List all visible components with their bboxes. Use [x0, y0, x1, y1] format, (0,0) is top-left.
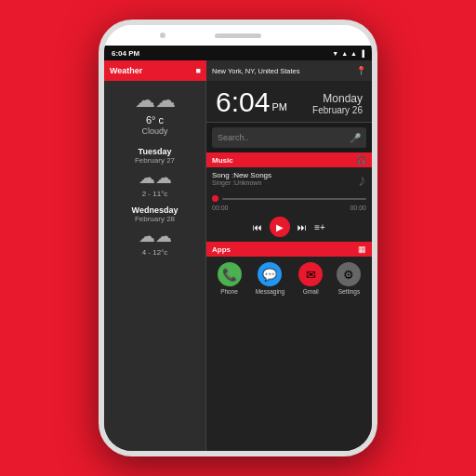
forecast-date-2: February 28 [135, 215, 175, 223]
battery-icon: ▐ [360, 50, 364, 57]
playback-controls: ⏮ ▶ ⏭ ≡+ [206, 214, 372, 242]
singer-name: Singer :Unknown [212, 179, 271, 186]
settings-icon: ⚙ [337, 262, 361, 286]
current-desc: Cloudy [141, 126, 167, 136]
messaging-label: Messaging [256, 288, 284, 295]
phone-frame: 6:04 PM ▼ ▲ ▲ ▐ Weather ■ New York, NY, … [99, 20, 377, 456]
apps-grid-icon: ▦ [358, 245, 366, 254]
song-name: Song :New Songs [212, 171, 271, 179]
playlist-button[interactable]: ≡+ [314, 222, 325, 232]
weather-tab-icon: ■ [196, 66, 201, 75]
network-icon: ▲ [350, 50, 357, 57]
forecast-date-1: February 27 [135, 156, 175, 165]
weather-panel: ☁☁ 6° c Cloudy Tuesday February 27 ☁☁ 2 … [104, 81, 206, 451]
status-time: 6:04 PM [112, 49, 139, 58]
forecast-icon-1: ☁☁ [139, 167, 172, 188]
music-headphone-icon: 🎧 [356, 155, 366, 165]
forecast-day-1: Tuesday [139, 147, 172, 156]
music-section: Music 🎧 Song :New Songs Singer :Unknown … [206, 152, 372, 242]
forecast-day-2: Wednesday [132, 205, 178, 215]
apps-grid: 📞 Phone 💬 Messaging ✉ Gmail ⚙ [206, 257, 372, 300]
music-note-icon: ♪ [358, 171, 366, 191]
forecast-range-2: 4 - 12°c [142, 248, 168, 257]
clock-time: 6:04 [216, 88, 270, 116]
prev-button[interactable]: ⏮ [253, 222, 262, 232]
phone-icon: 📞 [218, 262, 242, 286]
current-weather-icon: ☁☁ [135, 88, 176, 112]
app-gmail[interactable]: ✉ Gmail [298, 262, 323, 295]
play-icon: ▶ [276, 222, 284, 232]
time-start: 00:00 [212, 205, 229, 211]
apps-section: Apps ▦ 📞 Phone 💬 Messaging ✉ [206, 242, 372, 451]
location-header: New York, NY, United States 📍 [206, 60, 372, 81]
search-placeholder: Search.. [218, 133, 350, 142]
location-pin-icon: 📍 [356, 66, 366, 75]
current-temp: 6° c [146, 114, 164, 126]
mic-icon[interactable]: 🎤 [350, 133, 361, 143]
time-row: 00:00 00:00 [206, 205, 372, 214]
phone-camera [160, 33, 165, 38]
weather-tab-label: Weather [110, 66, 142, 75]
play-button[interactable]: ▶ [270, 217, 290, 237]
progress-track[interactable] [222, 198, 366, 200]
forecast-range-1: 2 - 11°c [142, 190, 168, 198]
app-messaging[interactable]: 💬 Messaging [256, 262, 284, 295]
apps-header: Apps ▦ [206, 242, 372, 257]
phone-screen: 6:04 PM ▼ ▲ ▲ ▐ Weather ■ New York, NY, … [104, 46, 372, 451]
next-button[interactable]: ⏭ [298, 222, 307, 232]
app-settings[interactable]: ⚙ Settings [337, 262, 361, 295]
clock-ampm: PM [271, 101, 287, 112]
search-bar[interactable]: Search.. 🎤 [212, 127, 366, 148]
forecast-icon-2: ☁☁ [139, 226, 172, 246]
gmail-icon: ✉ [298, 262, 323, 286]
status-bar: 6:04 PM ▼ ▲ ▲ ▐ [104, 46, 372, 60]
progress-dot [212, 195, 218, 202]
forecast-tuesday: Tuesday February 27 ☁☁ 2 - 11°c [108, 147, 202, 198]
music-title: Music [212, 156, 233, 165]
right-panel: 6:04 PM Monday February 26 Search.. 🎤 [206, 81, 372, 451]
signal-icon: ▼ [332, 50, 338, 57]
gmail-label: Gmail [303, 288, 319, 295]
clock-day: Monday [312, 92, 363, 105]
progress-bar-row [206, 192, 372, 205]
weather-tab[interactable]: Weather ■ [104, 60, 206, 81]
apps-title: Apps [212, 245, 231, 254]
music-header: Music 🎧 [206, 152, 372, 167]
location-text: New York, NY, United States [212, 67, 300, 75]
clock-section: 6:04 PM Monday February 26 [206, 81, 372, 123]
forecast-wednesday: Wednesday February 28 ☁☁ 4 - 12°c [108, 205, 202, 257]
status-icons: ▼ ▲ ▲ ▐ [332, 50, 364, 57]
header-row: Weather ■ New York, NY, United States 📍 [104, 60, 372, 81]
phone-top [104, 25, 372, 46]
messaging-icon: 💬 [258, 262, 282, 286]
music-info: Song :New Songs Singer :Unknown ♪ [206, 167, 372, 192]
app-phone[interactable]: 📞 Phone [218, 262, 242, 295]
wifi-icon: ▲ [341, 50, 348, 57]
clock-date: February 26 [312, 105, 363, 115]
phone-speaker [215, 33, 261, 38]
time-end: 00:00 [350, 205, 366, 211]
settings-label: Settings [338, 288, 361, 295]
phone-label: Phone [220, 288, 238, 295]
main-content: ☁☁ 6° c Cloudy Tuesday February 27 ☁☁ 2 … [104, 81, 372, 451]
